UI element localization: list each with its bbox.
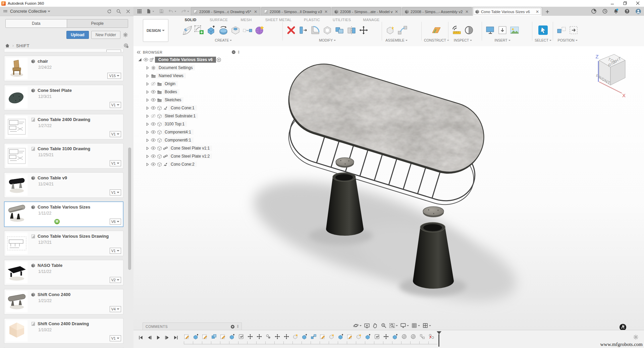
expander-icon[interactable]: [144, 122, 150, 126]
project-item-cono-table-various-sizes[interactable]: Cono Table Various Sizes1/11/22MV6: [4, 201, 123, 227]
version-chip[interactable]: V2: [110, 277, 121, 283]
notifications-icon[interactable]: [613, 8, 619, 14]
search-icon[interactable]: [116, 9, 121, 14]
browser-node-3100-top-1[interactable]: 3100 Top:1: [137, 121, 239, 127]
timeline-feature-move-9[interactable]: [255, 333, 264, 340]
revert-position-icon[interactable]: [568, 24, 580, 37]
split-body-icon[interactable]: [345, 24, 358, 37]
environment-tab-solid[interactable]: SOLID: [184, 18, 196, 22]
new-folder-button[interactable]: New Folder: [91, 31, 120, 39]
autodesk-assistant-icon[interactable]: [619, 324, 627, 330]
shell-icon[interactable]: [321, 24, 333, 37]
visibility-eye-off-icon[interactable]: [150, 81, 156, 86]
document-tab-22008-simpso-ate-model-v8[interactable]: 22008 - Simpso...ate - Model v8✕: [332, 7, 401, 16]
browser-node-cone-steel-plate-v1-1[interactable]: Cone Steel Plate v1:1: [137, 145, 239, 152]
combine-icon[interactable]: [333, 24, 345, 37]
viewports-icon[interactable]: [422, 323, 431, 329]
project-item-shift-cono-2400[interactable]: Shift Cono 24001/21/22V4: [4, 289, 123, 314]
timeline-feature-move-12[interactable]: [282, 333, 291, 340]
version-chip[interactable]: V1: [110, 248, 121, 254]
timeline-feature-joint-broken-28[interactable]: [427, 333, 436, 340]
timeline-feature-joint-origin-10[interactable]: [264, 333, 273, 340]
browser-node-cono-cone-1[interactable]: Cono Cone:1: [137, 105, 239, 111]
browser-node-document-settings[interactable]: Document Settings: [137, 64, 239, 71]
tab-close-icon[interactable]: ✕: [324, 9, 328, 14]
delete-icon[interactable]: [285, 24, 297, 37]
move-copy-icon[interactable]: [358, 24, 370, 37]
timeline-feature-extrude-24[interactable]: [390, 333, 399, 340]
group-label-inspect[interactable]: INSPECT: [451, 38, 475, 42]
apps-grid-icon[interactable]: [137, 9, 142, 14]
group-label-assemble[interactable]: ASSEMBLE: [384, 38, 409, 42]
browser-node-named-views[interactable]: Named Views: [137, 72, 239, 79]
plus-circle-icon[interactable]: [230, 325, 235, 329]
project-item-chair[interactable]: chair2/24/22V15: [4, 56, 123, 81]
tab-close-icon[interactable]: ✕: [535, 9, 540, 14]
timeline-feature-appearance-26[interactable]: [409, 333, 418, 340]
visibility-eye-icon[interactable]: [150, 129, 156, 135]
expander-icon[interactable]: [144, 114, 150, 118]
look-at-icon[interactable]: [364, 323, 370, 329]
version-chip[interactable]: V1: [110, 160, 121, 166]
visibility-eye-icon[interactable]: [150, 137, 156, 143]
new-tab-button[interactable]: [543, 7, 552, 16]
viewport-canvas[interactable]: BROWSER ‖ Cono Table Various Sizes v6Doc…: [133, 46, 644, 330]
expander-icon[interactable]: [144, 90, 150, 94]
construct-plane-icon[interactable]: [430, 24, 442, 37]
expander-icon[interactable]: [144, 98, 150, 102]
timeline-feature-star-feature-17[interactable]: [327, 333, 336, 340]
minimize-button[interactable]: [606, 0, 619, 6]
view-cube[interactable]: TOP FRONT RIGHT Z X: [582, 47, 633, 97]
environment-tab-mesh[interactable]: MESH: [241, 18, 252, 22]
document-tab-22008-simps-assembly-v2[interactable]: 22008 - Simps...- Assembly v2✕: [402, 7, 472, 16]
restore-button[interactable]: [619, 0, 631, 6]
group-label-insert[interactable]: INSERT: [484, 38, 521, 42]
timeline-feature-extrude-2[interactable]: [191, 333, 200, 340]
version-chip[interactable]: V1: [110, 131, 121, 137]
expander-icon[interactable]: [144, 74, 150, 78]
browser-root-node[interactable]: Cono Table Various Sizes v6: [137, 56, 239, 63]
visibility-eye-icon[interactable]: [150, 162, 156, 167]
capture-position-icon[interactable]: [555, 24, 568, 37]
select-icon[interactable]: [537, 24, 549, 37]
browser-node-cone-steel-plate-v1-2[interactable]: Cone Steel Plate v1:2: [137, 153, 239, 160]
create-form-icon[interactable]: [254, 24, 266, 37]
expander-icon[interactable]: [144, 106, 150, 110]
timeline-feature-sketch-5[interactable]: [218, 333, 227, 340]
visibility-eye-icon[interactable]: [150, 121, 156, 127]
environment-tab-surface[interactable]: SURFACE: [210, 18, 228, 22]
browser-node-bodies[interactable]: Bodies: [137, 89, 239, 95]
timeline-track[interactable]: [184, 341, 437, 344]
group-label-create[interactable]: CREATE: [181, 38, 266, 42]
timeline-feature-new-component-22[interactable]: [372, 333, 381, 340]
expander-open-icon[interactable]: [137, 58, 143, 62]
close-button[interactable]: [631, 0, 644, 6]
hole-icon[interactable]: [229, 24, 241, 37]
profile-avatar[interactable]: [635, 8, 641, 14]
timeline-feature-joint-15[interactable]: [309, 333, 318, 340]
timeline-feature-copy-4[interactable]: [209, 333, 218, 340]
project-item-cono-table-2400-drawing[interactable]: Cono Table 2400 Drawing1/27/22V1: [4, 114, 123, 139]
timeline-feature-appearance-25[interactable]: [399, 333, 409, 340]
panel-tab-people[interactable]: People: [67, 19, 128, 27]
visibility-eye-icon[interactable]: [150, 97, 156, 103]
environment-tab-manage[interactable]: MANAGE: [363, 18, 379, 22]
zoom-icon[interactable]: [381, 323, 387, 329]
visibility-eye-icon[interactable]: [150, 154, 156, 159]
minus-circle-icon[interactable]: [231, 50, 236, 54]
help-icon[interactable]: [624, 8, 630, 14]
step-forward-button[interactable]: [164, 334, 170, 341]
panel-settings-gear-icon[interactable]: [123, 32, 128, 38]
visibility-eye-icon[interactable]: [150, 89, 156, 95]
timeline-feature-star-feature-20[interactable]: [354, 333, 363, 340]
expander-icon[interactable]: [144, 66, 150, 70]
collapse-icon[interactable]: [137, 51, 141, 54]
browser-node-component4-1[interactable]: Component4:1: [137, 129, 239, 135]
save-icon[interactable]: [159, 9, 164, 14]
display-settings-icon[interactable]: [400, 323, 409, 329]
version-chip[interactable]: V1: [110, 102, 121, 108]
drag-handle[interactable]: ‖: [238, 50, 239, 55]
fillet-icon[interactable]: [309, 24, 321, 37]
extrude-icon[interactable]: [205, 24, 217, 37]
browser-node-component6-1[interactable]: Component6:1: [137, 137, 239, 143]
